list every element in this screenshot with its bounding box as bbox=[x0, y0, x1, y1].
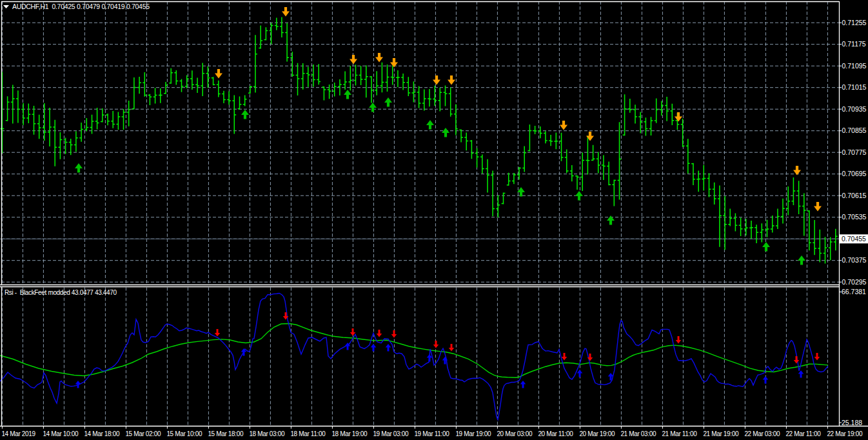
svg-text:66.7381: 66.7381 bbox=[842, 288, 866, 295]
svg-text:15 Mar 02:00: 15 Mar 02:00 bbox=[125, 430, 161, 437]
svg-text:0.70615: 0.70615 bbox=[842, 192, 867, 199]
svg-text:14 Mar 10:00: 14 Mar 10:00 bbox=[43, 430, 79, 437]
svg-text:25.188: 25.188 bbox=[842, 419, 862, 426]
svg-text:18 Mar 11:00: 18 Mar 11:00 bbox=[290, 430, 326, 437]
svg-text:0.70775: 0.70775 bbox=[842, 148, 867, 156]
svg-text:15 Mar 10:00: 15 Mar 10:00 bbox=[166, 430, 202, 437]
svg-text:14 Mar 18:00: 14 Mar 18:00 bbox=[84, 430, 120, 437]
svg-text:19 Mar 03:00: 19 Mar 03:00 bbox=[373, 430, 409, 437]
svg-text:22 Mar 03:00: 22 Mar 03:00 bbox=[744, 430, 780, 437]
svg-text:22 Mar 11:00: 22 Mar 11:00 bbox=[785, 430, 821, 437]
svg-text:14 Mar 2019: 14 Mar 2019 bbox=[1, 430, 35, 437]
svg-text:Rsi - BlackFeet modded 43.047: Rsi - BlackFeet modded 43.0477 43.4470 bbox=[5, 289, 117, 296]
svg-text:0.71175: 0.71175 bbox=[842, 40, 866, 48]
svg-text:0.70935: 0.70935 bbox=[842, 105, 867, 113]
svg-text:22 Mar 19:00: 22 Mar 19:00 bbox=[827, 430, 863, 437]
svg-text:0.71095: 0.71095 bbox=[842, 62, 867, 70]
svg-text:19 Mar 19:00: 19 Mar 19:00 bbox=[455, 430, 491, 437]
svg-text:0.70855: 0.70855 bbox=[842, 126, 867, 134]
svg-text:20 Mar 19:00: 20 Mar 19:00 bbox=[579, 430, 615, 437]
svg-text:0.70455: 0.70455 bbox=[842, 235, 866, 243]
svg-text:20 Mar 03:00: 20 Mar 03:00 bbox=[497, 430, 533, 437]
svg-text:0.70695: 0.70695 bbox=[842, 170, 867, 177]
svg-text:0.70535: 0.70535 bbox=[842, 213, 867, 221]
svg-text:18 Mar 19:00: 18 Mar 19:00 bbox=[331, 430, 368, 437]
svg-text:18 Mar 03:00: 18 Mar 03:00 bbox=[249, 430, 285, 437]
svg-text:15 Mar 18:00: 15 Mar 18:00 bbox=[208, 430, 244, 437]
svg-text:0.70295: 0.70295 bbox=[842, 278, 867, 286]
svg-text:0.70375: 0.70375 bbox=[842, 256, 867, 264]
svg-text:20 Mar 11:00: 20 Mar 11:00 bbox=[538, 430, 573, 437]
svg-text:21 Mar 03:00: 21 Mar 03:00 bbox=[620, 430, 656, 437]
svg-text:19 Mar 11:00: 19 Mar 11:00 bbox=[414, 430, 449, 437]
svg-text:0.71255: 0.71255 bbox=[842, 19, 867, 26]
svg-text:21 Mar 11:00: 21 Mar 11:00 bbox=[662, 430, 697, 437]
svg-text:21 Mar 19:00: 21 Mar 19:00 bbox=[703, 430, 739, 437]
svg-text:AUDCHF,H1 0.70425 0.70479 0.7: AUDCHF,H1 0.70425 0.70479 0.70419 0.7045… bbox=[12, 3, 150, 10]
svg-text:0.71015: 0.71015 bbox=[842, 83, 867, 91]
